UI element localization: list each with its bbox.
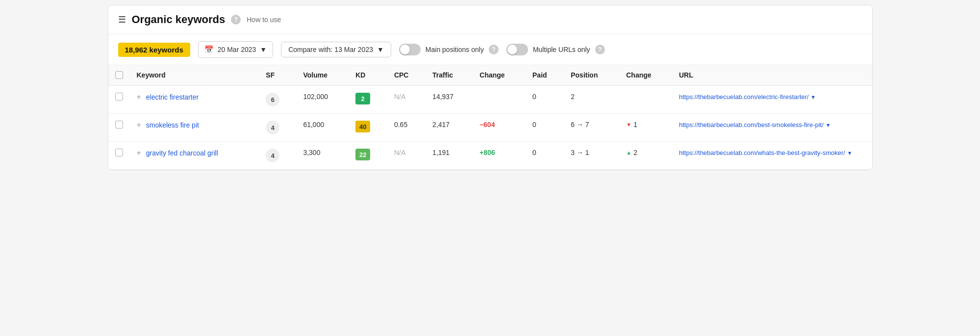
sf-badge: 4 (266, 149, 279, 162)
change-cell (473, 85, 526, 114)
traffic-cell: 1,191 (426, 142, 473, 170)
col-header-volume: Volume (296, 65, 349, 85)
traffic-cell: 14,937 (426, 85, 473, 114)
keywords-table-container: Keyword SF Volume KD CPC Traffic Change … (108, 65, 872, 170)
cpc-na: N/A (394, 93, 405, 101)
position-cell: 3 → 1 (564, 142, 619, 170)
add-icon[interactable]: + (137, 121, 144, 129)
keywords-badge: 18,962 keywords (118, 43, 190, 57)
add-icon[interactable]: + (137, 93, 144, 101)
table-header-row: Keyword SF Volume KD CPC Traffic Change … (108, 65, 872, 85)
keyword-link[interactable]: electric firestarter (146, 93, 199, 101)
help-icon[interactable]: ? (231, 15, 241, 25)
compare-button[interactable]: Compare with: 13 Mar 2023 ▼ (281, 42, 391, 57)
position-change-value: 1 (633, 121, 637, 129)
url-cell: https://thebarbecuelab.com/whats-the-bes… (672, 142, 872, 170)
arrow-down-icon: ▼ (626, 122, 631, 128)
position-change-cell: ▲2 (619, 142, 672, 170)
table-row: + gravity fed charcoal grill 43,30022N/A… (108, 142, 872, 170)
date-dropdown-arrow: ▼ (260, 46, 267, 53)
header: ☰ Organic keywords ? How to use (108, 5, 872, 34)
change-cell: +806 (473, 142, 526, 170)
change-value: –604 (479, 121, 495, 129)
url-dropdown-arrow[interactable]: ▼ (826, 122, 831, 128)
main-positions-toggle-group: Main positions only ? (399, 44, 499, 55)
multiple-urls-help-icon[interactable]: ? (595, 45, 605, 54)
volume-cell: 3,300 (296, 142, 349, 170)
sf-badge: 6 (266, 93, 279, 106)
compare-dropdown-arrow: ▼ (377, 46, 384, 53)
url-link[interactable]: https://thebarbecuelab.com/electric-fire… (679, 93, 808, 101)
page-title: Organic keywords (132, 13, 226, 26)
main-positions-help-icon[interactable]: ? (489, 45, 499, 54)
date-label: 20 Mar 2023 (218, 46, 256, 53)
url-link[interactable]: https://thebarbecuelab.com/whats-the-bes… (679, 149, 845, 156)
position-cell: 2 (564, 85, 619, 114)
paid-cell: 0 (526, 114, 564, 142)
url-cell: https://thebarbecuelab.com/electric-fire… (672, 85, 872, 114)
position-change-value: 2 (633, 149, 637, 156)
multiple-urls-toggle-group: Multiple URLs only ? (506, 44, 605, 55)
row-checkbox[interactable] (115, 93, 123, 101)
keyword-link[interactable]: smokeless fire pit (146, 121, 199, 129)
keywords-table: Keyword SF Volume KD CPC Traffic Change … (108, 65, 872, 170)
how-to-use-link[interactable]: How to use (247, 16, 281, 24)
change-value: +806 (479, 149, 495, 156)
multiple-urls-toggle[interactable] (506, 44, 528, 55)
main-positions-toggle[interactable] (399, 44, 421, 55)
cpc-cell: 0.65 (387, 114, 426, 142)
main-positions-label: Main positions only (426, 46, 484, 53)
keyword-link[interactable]: gravity fed charcoal grill (146, 149, 218, 157)
cpc-na: N/A (394, 149, 405, 156)
multiple-urls-label: Multiple URLs only (533, 46, 590, 53)
table-row: + electric firestarter 6102,0002N/A14,93… (108, 85, 872, 114)
paid-cell: 0 (526, 85, 564, 114)
position-cell: 6 → 7 (564, 114, 619, 142)
col-header-paid: Paid (526, 65, 564, 85)
row-checkbox[interactable] (115, 149, 123, 156)
header-checkbox-col (108, 65, 130, 85)
row-checkbox[interactable] (115, 121, 123, 129)
col-header-cpc: CPC (387, 65, 426, 85)
col-header-change: Change (473, 65, 526, 85)
date-picker-button[interactable]: 📅 20 Mar 2023 ▼ (198, 41, 273, 58)
page-wrapper: ☰ Organic keywords ? How to use 18,962 k… (108, 5, 873, 170)
volume-cell: 102,000 (296, 85, 349, 114)
url-dropdown-arrow[interactable]: ▼ (810, 94, 816, 100)
volume-cell: 61,000 (296, 114, 349, 142)
url-cell: https://thebarbecuelab.com/best-smokeles… (672, 114, 872, 142)
position-change: ▲2 (626, 149, 665, 156)
col-header-kd: KD (349, 65, 387, 85)
col-header-position-change: Change (619, 65, 672, 85)
col-header-url: URL (672, 65, 872, 85)
url-link[interactable]: https://thebarbecuelab.com/best-smokeles… (679, 121, 824, 129)
cpc-cell: N/A (387, 85, 426, 114)
sf-badge: 4 (266, 121, 279, 134)
compare-label: Compare with: 13 Mar 2023 (288, 46, 373, 53)
position-change-cell: ▼1 (619, 114, 672, 142)
col-header-traffic: Traffic (426, 65, 473, 85)
arrow-up-icon: ▲ (626, 150, 631, 155)
col-header-keyword: Keyword (130, 65, 259, 85)
toolbar: 18,962 keywords 📅 20 Mar 2023 ▼ Compare … (108, 34, 872, 65)
table-row: + smokeless fire pit 461,000400.652,417–… (108, 114, 872, 142)
kd-badge: 40 (355, 121, 370, 132)
position-change: ▼1 (626, 121, 665, 129)
kd-badge: 22 (355, 149, 370, 160)
url-dropdown-arrow[interactable]: ▼ (847, 150, 853, 156)
cpc-cell: N/A (387, 142, 426, 170)
calendar-icon: 📅 (204, 45, 214, 54)
hamburger-icon[interactable]: ☰ (118, 14, 126, 25)
paid-cell: 0 (526, 142, 564, 170)
col-header-sf: SF (259, 65, 296, 85)
change-cell: –604 (473, 114, 526, 142)
add-icon[interactable]: + (137, 149, 144, 157)
col-header-position: Position (564, 65, 619, 85)
position-change-cell (619, 85, 672, 114)
traffic-cell: 2,417 (426, 114, 473, 142)
select-all-checkbox[interactable] (115, 71, 123, 79)
kd-badge: 2 (355, 93, 370, 104)
